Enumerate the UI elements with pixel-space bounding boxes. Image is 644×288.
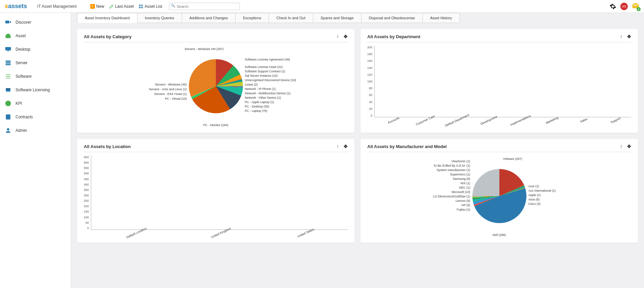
main: Asset Inventory Dashboard Inventory Quer… [71, 13, 644, 288]
sidebar-item-discover[interactable]: Discover [0, 16, 71, 29]
svg-rect-7 [7, 51, 9, 51]
desktop-icon [5, 46, 11, 53]
move-icon[interactable]: ✥ [627, 144, 631, 149]
svg-rect-5 [10, 21, 11, 23]
svg-rect-8 [6, 61, 11, 62]
sidebar-item-software[interactable]: Software [0, 70, 71, 83]
last-asset-button[interactable]: Last Asset [109, 4, 134, 9]
search [169, 3, 240, 10]
svg-rect-2 [139, 7, 141, 8]
svg-rect-4 [5, 21, 9, 23]
module-name: IT Asset Management [37, 4, 77, 9]
panel-title: All Assets by Department [367, 34, 420, 39]
svg-rect-6 [5, 47, 11, 50]
panel-title: All Assets by Location [84, 144, 131, 149]
sidebar-item-admin[interactable]: Admin [0, 124, 71, 137]
sidebar-label: Asset [16, 33, 26, 38]
top-right: XS 4 [610, 2, 639, 10]
expand-icon[interactable]: ↑ [337, 34, 339, 39]
manufacturer-chart: VMware (257)Dell (288)ViewSonic (1)To Be… [367, 155, 631, 237]
licensing-icon [5, 87, 11, 93]
panel-manufacturer: All Assets by Manufacturer and Model ↑✥ … [361, 139, 638, 243]
sidebar-item-desktop[interactable]: Desktop [0, 43, 71, 56]
svg-rect-13 [6, 115, 10, 120]
sidebar-label: Admin [16, 128, 27, 133]
grid-icon [139, 4, 143, 9]
discover-icon [5, 19, 11, 26]
sidebar-item-licensing[interactable]: Software Licensing [0, 83, 71, 97]
tab-additions[interactable]: Additions and Changes [182, 13, 236, 23]
new-label: New [96, 4, 104, 9]
expand-icon[interactable]: ↑ [620, 144, 622, 149]
logo[interactable]: xassets [5, 3, 27, 10]
avatar[interactable]: XS [620, 3, 628, 10]
category-chart: Servers - Windows VM (257)PC - Monitor (… [84, 46, 348, 127]
panel-title: All Assets by Manufacturer and Model [367, 144, 447, 149]
new-button[interactable]: New [90, 4, 104, 9]
tab-dashboard[interactable]: Asset Inventory Dashboard [77, 13, 138, 23]
svg-rect-1 [141, 4, 143, 6]
logo-x: x [5, 3, 8, 9]
location-chart: 650600550500450400350300250200150100500D… [84, 155, 348, 237]
expand-icon[interactable]: ↑ [620, 34, 622, 39]
sidebar-label: Server [16, 61, 27, 65]
last-asset-label: Last Asset [115, 4, 134, 9]
edit-icon [109, 4, 114, 9]
expand-icon[interactable]: ↑ [337, 144, 339, 149]
sidebar-label: Contracts [16, 115, 33, 119]
svg-rect-0 [139, 4, 141, 6]
tab-spares[interactable]: Spares and Storage [313, 13, 362, 23]
svg-rect-12 [6, 88, 10, 89]
svg-rect-9 [6, 62, 11, 63]
panel-title: All Assets by Category [84, 34, 131, 39]
sidebar-item-contracts[interactable]: Contracts [0, 110, 71, 124]
panel-category: All Assets by Category ↑✥ Servers - Wind… [77, 29, 354, 133]
plus-icon [90, 4, 95, 9]
sidebar-item-kpi[interactable]: KPI [0, 97, 71, 110]
sidebar-label: KPI [16, 101, 22, 106]
search-input[interactable] [169, 3, 240, 10]
admin-icon [5, 127, 11, 134]
topbar: xassets IT Asset Management New Last Ass… [0, 0, 644, 13]
server-icon [5, 59, 11, 66]
sidebar-label: Discover [16, 20, 31, 25]
sidebar-label: Software Licensing [16, 88, 50, 92]
panel-location: All Assets by Location ↑✥ 65060055050045… [77, 139, 354, 243]
department-chart: 200180160140120100806040200AccountsCusto… [367, 46, 631, 127]
move-icon[interactable]: ✥ [627, 34, 631, 39]
tab-checkin[interactable]: Check In and Out [269, 13, 313, 23]
tab-queries[interactable]: Inventory Queries [137, 13, 182, 23]
kpi-icon [5, 100, 11, 107]
svg-rect-3 [141, 7, 143, 8]
sidebar-item-server[interactable]: Server [0, 56, 71, 70]
svg-point-14 [7, 128, 9, 130]
sidebar-label: Desktop [16, 47, 30, 52]
svg-rect-10 [6, 64, 11, 65]
tab-history[interactable]: Asset History [422, 13, 460, 23]
sidebar: Discover Asset Desktop Server Software S… [0, 13, 71, 288]
tabs: Asset Inventory Dashboard Inventory Quer… [77, 13, 638, 23]
sidebar-label: Software [16, 74, 31, 79]
contracts-icon [5, 114, 11, 120]
asset-list-button[interactable]: Asset List [139, 4, 162, 9]
move-icon[interactable]: ✥ [344, 144, 348, 149]
tab-disposal[interactable]: Disposal and Obsolescense [361, 13, 423, 23]
move-icon[interactable]: ✥ [344, 34, 348, 39]
logo-rest: assets [8, 3, 27, 9]
sidebar-item-asset[interactable]: Asset [0, 29, 71, 43]
gear-icon[interactable] [610, 3, 616, 10]
panel-department: All Assets by Department ↑✥ 200180160140… [361, 29, 638, 133]
mail-badge: 4 [637, 7, 641, 11]
mail-button[interactable]: 4 [632, 2, 639, 10]
tab-exceptions[interactable]: Exceptions [235, 13, 269, 23]
asset-icon [5, 32, 11, 39]
asset-list-label: Asset List [145, 4, 162, 9]
software-icon [5, 73, 11, 80]
